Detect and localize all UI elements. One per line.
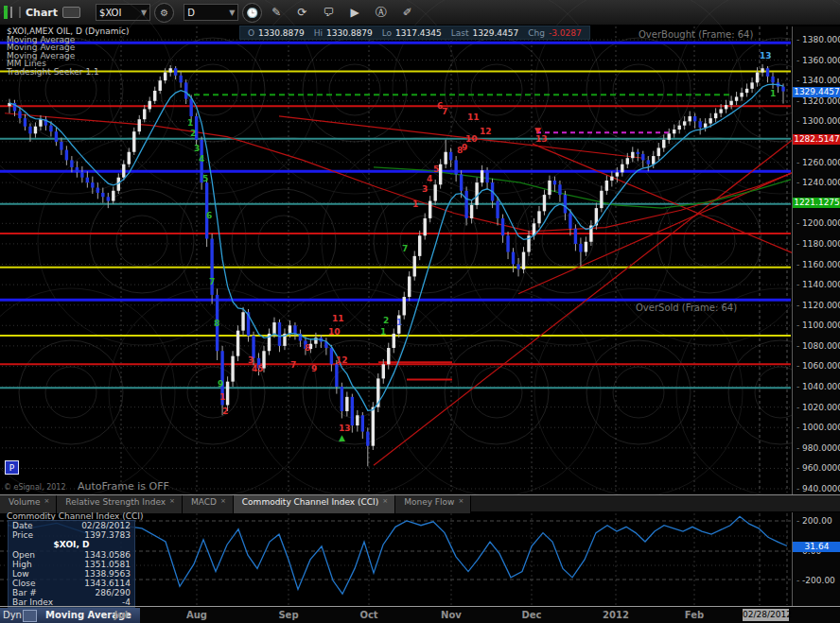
oversold-label: OverSold (Frame: 64) xyxy=(636,303,737,313)
price-tick: - 1060.0000 xyxy=(796,361,840,371)
price-tick: - 1100.0000 xyxy=(796,320,840,330)
price-tick: - 940.0000 xyxy=(796,484,840,493)
svg-text:7: 7 xyxy=(402,244,408,253)
svg-text:9: 9 xyxy=(462,143,467,152)
svg-text:9: 9 xyxy=(311,364,317,373)
price-tick: - 1000.0000 xyxy=(796,423,840,432)
svg-text:3: 3 xyxy=(422,184,428,194)
status-bar: Dyn Moving Average 02/28/2012 JulAugSepO… xyxy=(0,608,840,623)
data-window-row: Bar #286/290 xyxy=(9,588,134,597)
trendlines xyxy=(279,116,793,465)
x-axis-month-label: 2012 xyxy=(603,610,629,620)
svg-text:13: 13 xyxy=(760,51,772,61)
price-tick: - 1020.0000 xyxy=(796,403,840,412)
ohlc-last-value: 1329.4457 xyxy=(473,28,519,38)
price-tick: - 1140.0000 xyxy=(796,280,840,289)
svg-text:10: 10 xyxy=(328,327,341,337)
svg-text:13: 13 xyxy=(339,424,351,433)
svg-text:1: 1 xyxy=(396,318,402,327)
x-axis-month-label: Feb xyxy=(685,610,704,620)
price-axis[interactable]: - 1380.0000- 1360.0000- 1340.0000- 1320.… xyxy=(792,26,840,494)
price-tick: - 1200.0000 xyxy=(796,218,840,228)
svg-text:1: 1 xyxy=(380,327,386,337)
price-tick: - 1040.0000 xyxy=(796,382,840,391)
ohlc-open-value: 1330.8879 xyxy=(258,28,305,38)
price-tick: - 1160.0000 xyxy=(796,260,840,269)
ohlc-lo-value: 1317.4345 xyxy=(395,28,442,38)
cci-tick: - -200.00 xyxy=(796,576,835,585)
x-axis-month-label: Oct xyxy=(359,610,377,620)
price-tick: - 1180.0000 xyxy=(796,239,840,249)
dyn-mode-icon[interactable] xyxy=(23,610,37,622)
data-window-row: Price1397.3783 xyxy=(9,530,134,540)
wave-annotations: 1234567891234578910111213▲12171345678910… xyxy=(187,51,776,442)
x-axis-month-label: Aug xyxy=(186,610,207,620)
cci-value-badge: 31.64 xyxy=(793,542,840,552)
svg-text:2: 2 xyxy=(383,316,389,325)
horizontal-study-lines xyxy=(0,43,791,388)
price-badge: 1221.1275 xyxy=(793,198,840,208)
svg-text:1: 1 xyxy=(770,89,776,98)
price-tick: - 1300.0000 xyxy=(796,116,840,126)
x-axis-month-label: Sep xyxy=(278,610,298,620)
data-window: Date02/28/2012Price1397.3783$XOI, DOpen1… xyxy=(8,520,135,608)
ohlc-hi-label: Hi xyxy=(314,28,323,38)
svg-text:8: 8 xyxy=(305,343,310,353)
study-legend: $XOI,AMEX OIL, D (Dynamic)Moving Average… xyxy=(7,27,130,77)
svg-text:6: 6 xyxy=(206,211,212,220)
svg-text:13: 13 xyxy=(535,134,548,144)
svg-text:1: 1 xyxy=(187,118,193,128)
price-tick: - 1360.0000 xyxy=(796,56,840,65)
price-tick: - 1340.0000 xyxy=(796,76,840,85)
overbought-label: OverBought (Frame: 64) xyxy=(639,29,753,40)
data-window-row: Open1343.0586 xyxy=(9,550,134,560)
svg-text:▲: ▲ xyxy=(339,433,345,442)
svg-text:2: 2 xyxy=(190,129,196,138)
price-badge: 1282.5147 xyxy=(793,134,840,145)
data-window-symbol: $XOI, D xyxy=(9,540,134,550)
autoframe-status: AutoFrame is OFF xyxy=(78,480,169,493)
tab-macd[interactable]: MACD× xyxy=(183,495,234,513)
copyright-label: © eSignal, 2012 xyxy=(4,483,65,492)
data-window-row: Date02/28/2012 xyxy=(9,521,134,530)
cursor-date-box: 02/28/2012 xyxy=(743,609,789,621)
cci-axis[interactable]: - 200.00- 0.00- -200.0031.64 xyxy=(792,512,840,606)
cci-tick: - 200.00 xyxy=(796,516,832,526)
price-tick: - 1320.0000 xyxy=(796,96,840,106)
x-axis-month-label: Nov xyxy=(441,610,462,620)
tab-money-flow[interactable]: Money Flow× xyxy=(395,495,471,513)
ohlc-last-label: Last xyxy=(451,28,469,38)
svg-text:10: 10 xyxy=(465,134,478,144)
svg-text:4: 4 xyxy=(427,174,432,183)
svg-text:1: 1 xyxy=(219,392,225,402)
indicator-tabs: Volume×Relative Strength Index×MACD×Comm… xyxy=(0,495,840,511)
svg-text:▼: ▼ xyxy=(534,126,541,135)
price-tick: - 1240.0000 xyxy=(796,178,840,187)
pane-divider-bottom xyxy=(0,606,840,607)
data-window-row: High1351.0581 xyxy=(9,560,134,569)
ohlc-chg-label: Chg xyxy=(528,28,545,38)
price-tick: - 960.0000 xyxy=(796,463,840,473)
svg-text:11: 11 xyxy=(332,314,344,323)
price-tick: - 1120.0000 xyxy=(796,301,840,310)
price-tick: - 1080.0000 xyxy=(796,341,840,351)
ohlc-hi-value: 1330.8879 xyxy=(326,28,373,38)
svg-text:5: 5 xyxy=(433,164,439,174)
month-gridlines xyxy=(121,26,787,605)
p-badge[interactable]: P xyxy=(5,460,19,475)
data-window-row: Close1343.6114 xyxy=(9,579,134,588)
svg-text:11: 11 xyxy=(467,112,480,122)
x-axis-month-label: Jul xyxy=(114,610,128,620)
ohlc-chg-value: -3.0287 xyxy=(549,28,582,38)
svg-text:4: 4 xyxy=(199,154,204,164)
svg-text:12: 12 xyxy=(480,127,492,136)
esignal-chart-window: Chart $XOI ▼ ⚙ D ▼ 🕒 ✎ ⟳ 🗩 ▶ Ⓐ ✐ O1330.8… xyxy=(0,0,840,623)
svg-text:7: 7 xyxy=(290,360,296,370)
price-tick: - 1260.0000 xyxy=(796,158,840,167)
legend-line-5: Tradesight Seeker 1.1 xyxy=(7,68,130,77)
dyn-label: Dyn xyxy=(3,610,22,620)
tab-commodity-channel-index-cci-[interactable]: Commodity Channel Index (CCI)× xyxy=(234,495,395,513)
svg-text:9: 9 xyxy=(218,379,223,389)
svg-text:5: 5 xyxy=(202,174,208,183)
svg-text:3: 3 xyxy=(194,144,200,153)
